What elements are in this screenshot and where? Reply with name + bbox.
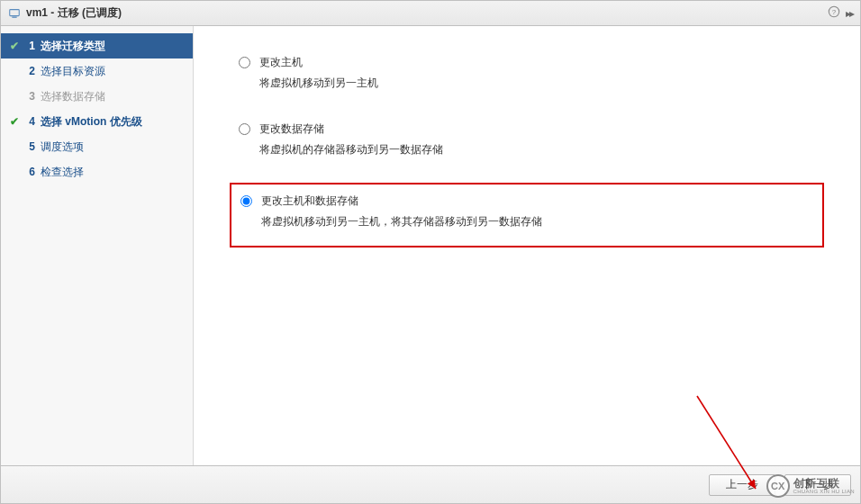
step-number: 2 (21, 65, 35, 77)
window-title: vm1 - 迁移 (已调度) (26, 5, 122, 21)
migrate-wizard-window: vm1 - 迁移 (已调度) ? ▸▸ ✔ 1 选择迁移类型 2 选择目标资源 … (0, 0, 861, 504)
radio-change-host-and-datastore[interactable] (240, 195, 252, 207)
step-number: 4 (21, 115, 35, 128)
step-4-select-vmotion-priority[interactable]: ✔ 4 选择 vMotion 优先级 (1, 109, 193, 134)
step-number: 3 (21, 90, 35, 103)
step-number: 5 (21, 140, 35, 153)
option-description: 将虚拟机移动到另一主机，将其存储器移动到另一数据存储 (261, 214, 542, 230)
step-2-select-target-resource[interactable]: 2 选择目标资源 (1, 58, 193, 84)
wizard-content: 更改主机 将虚拟机移动到另一主机 更改数据存储 将虚拟机的存储器移动到另一数据存… (194, 26, 860, 465)
wizard-body: ✔ 1 选择迁移类型 2 选择目标资源 3 选择数据存储 ✔ 4 选择 vMot… (1, 26, 860, 465)
option-change-datastore[interactable]: 更改数据存储 将虚拟机的存储器移动到另一数据存储 (230, 116, 824, 166)
step-label: 选择数据存储 (41, 89, 105, 104)
step-3-select-datastore: 3 选择数据存储 (1, 84, 193, 109)
option-title: 更改主机 (259, 55, 378, 70)
radio-change-datastore[interactable] (239, 123, 250, 135)
step-label: 调度选项 (41, 140, 84, 155)
option-title: 更改主机和数据存储 (261, 194, 542, 209)
back-button[interactable]: 上一步 (709, 474, 775, 496)
step-5-schedule-options[interactable]: 5 调度选项 (1, 134, 193, 159)
step-label: 检查选择 (41, 165, 84, 180)
radio-change-host[interactable] (239, 57, 250, 68)
svg-rect-1 (12, 16, 16, 17)
check-icon: ✔ (8, 115, 21, 128)
option-change-host[interactable]: 更改主机 将虚拟机移动到另一主机 (230, 50, 824, 100)
step-label: 选择目标资源 (41, 64, 105, 79)
step-6-review-selections[interactable]: 6 检查选择 (1, 159, 193, 184)
step-number: 6 (21, 166, 35, 178)
step-number: 1 (21, 40, 35, 52)
option-description: 将虚拟机移动到另一主机 (259, 76, 378, 91)
vm-icon (8, 7, 21, 20)
step-label: 选择 vMotion 优先级 (41, 114, 142, 130)
option-title: 更改数据存储 (259, 122, 443, 137)
check-icon: ✔ (8, 40, 21, 52)
option-change-host-and-datastore[interactable]: 更改主机和数据存储 将虚拟机移动到另一主机，将其存储器移动到另一数据存储 (230, 183, 824, 248)
svg-text:?: ? (832, 8, 837, 16)
titlebar: vm1 - 迁移 (已调度) ? ▸▸ (1, 1, 860, 26)
step-1-select-migration-type[interactable]: ✔ 1 选择迁移类型 (1, 33, 193, 58)
help-icon[interactable]: ? (828, 5, 840, 21)
svg-rect-0 (10, 9, 20, 15)
wizard-footer: 上一步 下一步 CX 创新互联 CHUANG XIN HU LIAN (1, 465, 860, 503)
step-label: 选择迁移类型 (41, 39, 105, 54)
expand-icon[interactable]: ▸▸ (846, 7, 853, 20)
option-description: 将虚拟机的存储器移动到另一数据存储 (259, 142, 443, 158)
next-button[interactable]: 下一步 (784, 474, 851, 496)
wizard-steps-sidebar: ✔ 1 选择迁移类型 2 选择目标资源 3 选择数据存储 ✔ 4 选择 vMot… (1, 26, 194, 465)
